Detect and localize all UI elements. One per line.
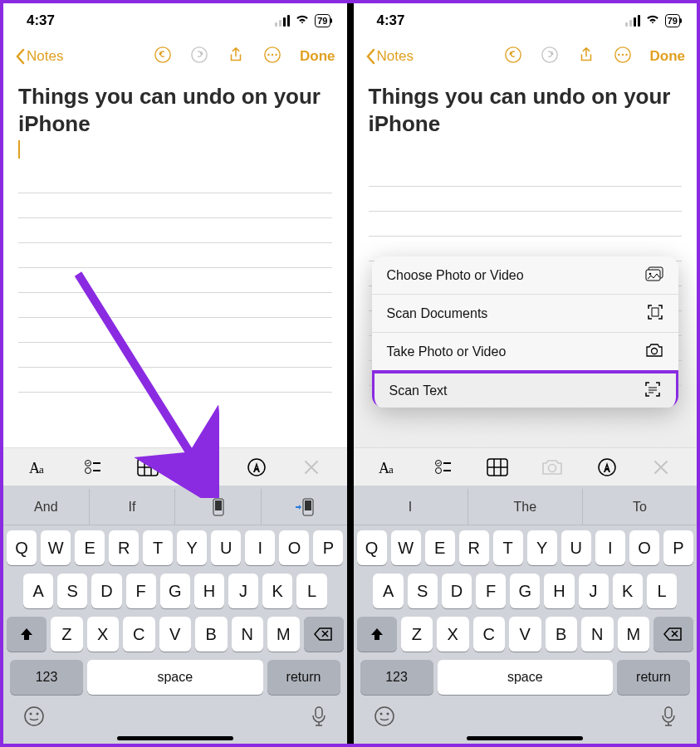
return-key[interactable]: return bbox=[267, 660, 340, 695]
key[interactable]: E bbox=[425, 530, 455, 565]
text-style-button[interactable]: Aa bbox=[372, 451, 405, 484]
key[interactable]: P bbox=[663, 530, 693, 565]
numbers-key[interactable]: 123 bbox=[10, 660, 83, 695]
dictation-button[interactable] bbox=[311, 706, 327, 730]
key[interactable]: H bbox=[544, 574, 574, 608]
suggestion[interactable]: If bbox=[89, 489, 175, 525]
key[interactable]: D bbox=[442, 574, 472, 608]
menu-scan-text[interactable]: Scan Text bbox=[372, 370, 679, 408]
key[interactable]: M bbox=[267, 617, 300, 652]
dictation-button[interactable] bbox=[660, 706, 677, 730]
shift-key[interactable] bbox=[7, 617, 47, 652]
key[interactable]: L bbox=[296, 574, 326, 608]
key[interactable]: Q bbox=[357, 530, 387, 565]
key[interactable]: B bbox=[195, 617, 228, 652]
key[interactable]: W bbox=[41, 530, 71, 565]
close-keyboard-button[interactable] bbox=[295, 451, 328, 484]
key[interactable]: S bbox=[408, 574, 438, 608]
camera-button[interactable] bbox=[186, 451, 219, 484]
key[interactable]: I bbox=[595, 530, 625, 565]
key[interactable]: F bbox=[476, 574, 506, 608]
key[interactable]: A bbox=[23, 574, 53, 608]
backspace-key[interactable] bbox=[304, 617, 344, 652]
checklist-button[interactable] bbox=[427, 451, 460, 484]
key[interactable]: Y bbox=[527, 530, 557, 565]
undo-icon[interactable] bbox=[504, 46, 522, 67]
key[interactable]: I bbox=[245, 530, 275, 565]
shift-key[interactable] bbox=[357, 617, 397, 652]
key[interactable]: R bbox=[459, 530, 489, 565]
menu-take-photo[interactable]: Take Photo or Video bbox=[372, 333, 679, 371]
home-indicator[interactable] bbox=[117, 736, 233, 740]
key[interactable]: K bbox=[613, 574, 643, 608]
key[interactable]: R bbox=[109, 530, 139, 565]
note-body[interactable]: Things you can undo on your iPhone bbox=[3, 75, 347, 447]
key[interactable]: Z bbox=[51, 617, 83, 652]
emoji-button[interactable] bbox=[374, 706, 395, 730]
more-icon[interactable] bbox=[263, 46, 281, 67]
suggestion[interactable]: The bbox=[467, 489, 582, 525]
table-button[interactable] bbox=[481, 451, 514, 484]
back-button[interactable]: Notes bbox=[15, 48, 63, 65]
camera-button[interactable] bbox=[536, 451, 569, 484]
share-icon[interactable] bbox=[577, 46, 595, 67]
share-icon[interactable] bbox=[227, 46, 245, 67]
key[interactable]: A bbox=[373, 574, 403, 608]
markup-button[interactable] bbox=[240, 451, 273, 484]
key[interactable]: C bbox=[123, 617, 155, 652]
key[interactable]: W bbox=[391, 530, 421, 565]
key[interactable]: O bbox=[629, 530, 659, 565]
key[interactable]: Q bbox=[7, 530, 37, 565]
key[interactable]: O bbox=[279, 530, 309, 565]
key[interactable]: X bbox=[437, 617, 469, 652]
suggestion[interactable]: To bbox=[582, 489, 697, 525]
checklist-button[interactable] bbox=[76, 451, 110, 484]
key[interactable]: C bbox=[473, 617, 506, 652]
return-key[interactable]: return bbox=[617, 660, 690, 695]
key[interactable]: T bbox=[143, 530, 173, 565]
numbers-key[interactable]: 123 bbox=[360, 660, 433, 695]
key[interactable]: J bbox=[228, 574, 258, 608]
key[interactable]: L bbox=[647, 574, 677, 608]
menu-choose-photo[interactable]: Choose Photo or Video bbox=[372, 256, 679, 295]
suggestion[interactable]: And bbox=[3, 489, 89, 525]
menu-scan-documents[interactable]: Scan Documents bbox=[372, 295, 679, 333]
key[interactable]: G bbox=[160, 574, 190, 608]
key[interactable]: V bbox=[509, 617, 541, 652]
key[interactable]: N bbox=[232, 617, 264, 652]
key[interactable]: S bbox=[57, 574, 87, 608]
key[interactable]: N bbox=[581, 617, 614, 652]
done-button[interactable]: Done bbox=[650, 48, 686, 65]
key[interactable]: H bbox=[194, 574, 224, 608]
backspace-key[interactable] bbox=[653, 617, 693, 652]
key[interactable]: G bbox=[510, 574, 540, 608]
key[interactable]: D bbox=[91, 574, 121, 608]
note-body[interactable]: Things you can undo on your iPhone Choos… bbox=[354, 75, 698, 447]
key[interactable]: Y bbox=[177, 530, 207, 565]
space-key[interactable]: space bbox=[438, 660, 614, 695]
suggestion[interactable] bbox=[261, 489, 347, 525]
key[interactable]: B bbox=[546, 617, 578, 652]
done-button[interactable]: Done bbox=[300, 48, 335, 65]
key[interactable]: X bbox=[87, 617, 120, 652]
emoji-button[interactable] bbox=[23, 706, 45, 730]
suggestion[interactable]: I bbox=[354, 489, 467, 525]
table-button[interactable] bbox=[131, 451, 164, 484]
key[interactable]: V bbox=[159, 617, 192, 652]
key[interactable]: E bbox=[75, 530, 105, 565]
key[interactable]: Z bbox=[401, 617, 433, 652]
text-style-button[interactable]: Aa bbox=[22, 451, 56, 484]
space-key[interactable]: space bbox=[87, 660, 263, 695]
key[interactable]: K bbox=[262, 574, 292, 608]
suggestion[interactable] bbox=[174, 489, 261, 525]
markup-button[interactable] bbox=[590, 451, 624, 484]
more-icon[interactable] bbox=[614, 46, 632, 67]
key[interactable]: U bbox=[561, 530, 591, 565]
key[interactable]: F bbox=[126, 574, 156, 608]
home-indicator[interactable] bbox=[467, 736, 583, 740]
close-keyboard-button[interactable] bbox=[644, 451, 678, 484]
key[interactable]: M bbox=[618, 617, 650, 652]
back-button[interactable]: Notes bbox=[365, 48, 414, 65]
undo-icon[interactable] bbox=[154, 46, 172, 67]
key[interactable]: J bbox=[579, 574, 609, 608]
